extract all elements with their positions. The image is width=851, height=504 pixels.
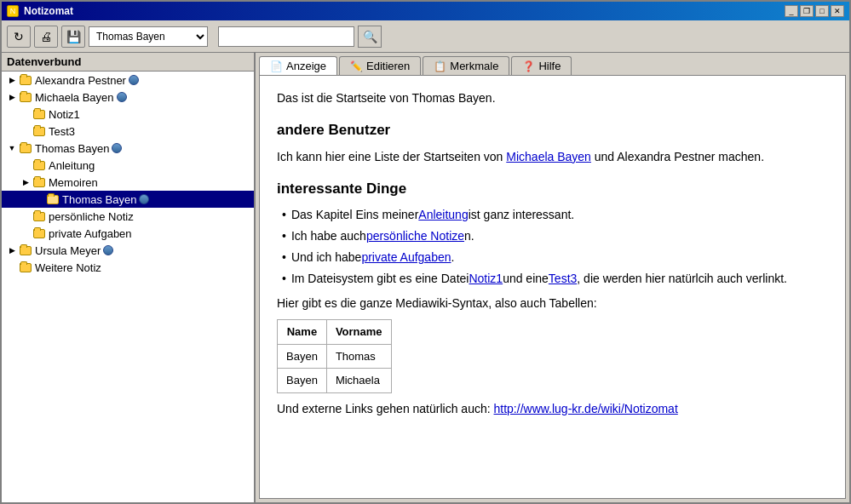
bullet-1: Das Kapitel Eins meiner Anleitung ist ga… xyxy=(277,206,828,224)
tree-item-test3[interactable]: Test3 xyxy=(2,123,254,140)
db-icon-michaela xyxy=(116,91,128,103)
bullet-3-text-before: Und ich habe xyxy=(291,249,362,266)
tree-label-anleitung: Anleitung xyxy=(49,159,95,172)
table-row-2: Bayen Michaela xyxy=(278,369,392,393)
close-button[interactable]: ✕ xyxy=(831,5,844,17)
bullet-2-text-after: n. xyxy=(464,227,474,245)
tree-toggle-alexandra[interactable]: ▶ xyxy=(5,73,19,87)
search-button[interactable]: 🔍 xyxy=(358,26,382,48)
section1-text-after: und Alexandra Pestner machen. xyxy=(591,150,764,163)
db-icon-thomas-note xyxy=(138,193,150,205)
anleitung-link[interactable]: Anleitung xyxy=(418,206,468,224)
tree-item-anleitung[interactable]: Anleitung xyxy=(2,157,254,174)
persoenliche-link[interactable]: persönliche Notize xyxy=(366,227,464,245)
tree-item-michaela[interactable]: ▶ Michaela Bayen xyxy=(2,89,254,106)
folder-icon-anleitung xyxy=(32,159,46,171)
table-header-name: Name xyxy=(278,320,327,345)
section1-text-before: Ich kann hier eine Liste der Startseiten… xyxy=(277,150,506,163)
tree-item-thomas-bayen-note[interactable]: Thomas Bayen xyxy=(2,191,254,208)
folder-icon-test3 xyxy=(32,125,46,137)
print-button[interactable]: 🖨 xyxy=(34,26,58,48)
folder-icon-persoenliche xyxy=(32,210,46,222)
sidebar-header: Datenverbund xyxy=(2,53,254,72)
minimize-button[interactable]: _ xyxy=(785,5,798,17)
sidebar: Datenverbund ▶ Alexandra Pestner ▶ Micha… xyxy=(2,53,256,502)
tree-label-ursula: Ursula Meyer xyxy=(35,244,101,257)
tree-label-alexandra: Alexandra Pestner xyxy=(35,74,126,87)
folder-icon-thomas-note xyxy=(46,193,60,205)
tree-item-private[interactable]: private Aufgaben xyxy=(2,225,254,242)
tree-toggle-persoenliche xyxy=(19,209,32,223)
folder-icon-michaela xyxy=(19,91,32,103)
tree-item-thomas-root[interactable]: ▼ Thomas Bayen xyxy=(2,140,254,157)
db-icon-alexandra xyxy=(128,74,140,86)
tree-item-ursula[interactable]: ▶ Ursula Meyer xyxy=(2,242,254,259)
tree-label-weitere: Weitere Notiz xyxy=(35,261,101,274)
tree-label-test3: Test3 xyxy=(49,125,75,138)
tree-item-weitere[interactable]: Weitere Notiz xyxy=(2,259,254,276)
tab-anzeige-icon: 📄 xyxy=(270,60,283,72)
external-link-text-before: Und externe Links gehen natürlich auch: xyxy=(277,402,494,415)
tab-hilfe[interactable]: ❓ Hilfe xyxy=(511,56,572,75)
save-button[interactable]: 💾 xyxy=(61,26,85,48)
table-row-1: Bayen Thomas xyxy=(278,344,392,369)
tree-toggle-thomas-root[interactable]: ▼ xyxy=(5,141,19,155)
bullet-4: Im Dateisystem gibt es eine Datei Notiz1… xyxy=(277,270,828,288)
tree-toggle-memoiren[interactable]: ▶ xyxy=(19,175,32,189)
search-input[interactable] xyxy=(218,26,354,47)
db-icon-thomas-root xyxy=(111,142,123,154)
tab-editieren-icon: ✏️ xyxy=(350,60,363,72)
intro-text: Das ist die Startseite von Thomas Bayen. xyxy=(277,91,496,105)
folder-icon-ursula xyxy=(19,244,32,256)
tab-merkmale-label: Merkmale xyxy=(450,60,498,72)
table-intro: Hier gibt es die ganze Mediawiki-Syntax,… xyxy=(277,295,828,312)
tree-item-persoenliche[interactable]: persönliche Notiz xyxy=(2,208,254,225)
tab-merkmale[interactable]: 📋 Merkmale xyxy=(423,56,509,75)
refresh-button[interactable]: ↻ xyxy=(7,26,31,48)
title-bar: N Notizomat _ ❐ □ ✕ xyxy=(2,2,849,20)
tab-anzeige-label: Anzeige xyxy=(286,60,326,72)
app-icon: N xyxy=(7,5,19,17)
db-icon-ursula xyxy=(102,244,114,256)
tree-item-alexandra[interactable]: ▶ Alexandra Pestner xyxy=(2,72,254,89)
maximize-button[interactable]: □ xyxy=(815,5,829,17)
michaela-bayen-link[interactable]: Michaela Bayen xyxy=(506,150,591,163)
tree-label-memoiren: Memoiren xyxy=(49,176,98,189)
app-icon-letter: N xyxy=(10,7,16,15)
tree-toggle-thomas-note xyxy=(32,192,46,206)
tree-toggle-private xyxy=(19,226,32,240)
user-dropdown[interactable]: Alexandra Pestner Michaela Bayen Thomas … xyxy=(89,26,208,47)
tree-toggle-michaela[interactable]: ▶ xyxy=(5,90,19,104)
title-bar-left: N Notizomat xyxy=(7,5,73,17)
intro-paragraph: Das ist die Startseite von Thomas Bayen. xyxy=(277,89,828,107)
tab-bar: 📄 Anzeige ✏️ Editieren 📋 Merkmale ❓ Hilf… xyxy=(256,53,849,75)
test3-link[interactable]: Test3 xyxy=(549,270,577,288)
tree-label-michaela: Michaela Bayen xyxy=(35,91,114,104)
folder-icon-notiz1 xyxy=(32,108,46,120)
restore-button[interactable]: ❐ xyxy=(800,5,814,17)
tree-toggle-test3 xyxy=(19,124,32,138)
external-link[interactable]: http://www.lug-kr.de/wiki/Notizomat xyxy=(494,402,678,415)
main-area: Datenverbund ▶ Alexandra Pestner ▶ Micha… xyxy=(2,53,849,502)
tree-item-notiz1[interactable]: Notiz1 xyxy=(2,106,254,123)
notiz1-link[interactable]: Notiz1 xyxy=(469,270,503,288)
title-bar-buttons: _ ❐ □ ✕ xyxy=(785,5,844,17)
tree-toggle-ursula[interactable]: ▶ xyxy=(5,243,19,257)
bullet-3: Und ich habe private Aufgaben. xyxy=(277,249,828,266)
private-aufgaben-link[interactable]: private Aufgaben xyxy=(361,249,451,266)
table-cell-name-1: Bayen xyxy=(278,344,327,369)
tree-toggle-weitere xyxy=(5,261,19,274)
folder-icon-weitere xyxy=(19,261,32,273)
section1-title: andere Benutzer xyxy=(277,119,828,141)
table-header-row: Name Vorname xyxy=(278,320,392,345)
tree-label-persoenliche: persönliche Notiz xyxy=(49,210,134,223)
section1-paragraph: Ich kann hier eine Liste der Startseiten… xyxy=(277,148,828,166)
tab-anzeige[interactable]: 📄 Anzeige xyxy=(259,56,337,75)
tree-label-thomas-root: Thomas Bayen xyxy=(35,142,109,155)
bullet-list: Das Kapitel Eins meiner Anleitung ist ga… xyxy=(277,206,828,288)
tab-editieren[interactable]: ✏️ Editieren xyxy=(339,56,421,75)
tree-item-memoiren[interactable]: ▶ Memoiren xyxy=(2,174,254,191)
table-header-vorname: Vorname xyxy=(326,320,391,345)
folder-icon-memoiren xyxy=(32,176,46,188)
bullet-1-text-after: ist ganz interessant. xyxy=(469,206,575,224)
